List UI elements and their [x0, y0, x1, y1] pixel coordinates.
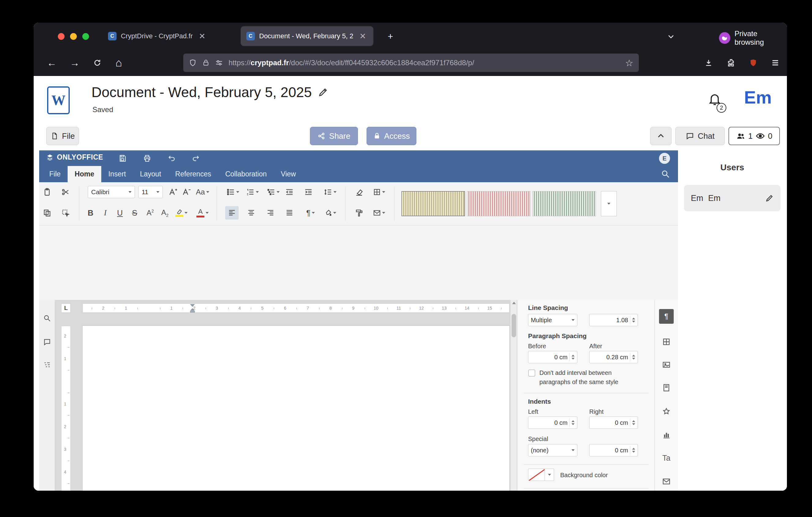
italic-button[interactable]: I: [98, 206, 112, 220]
back-button[interactable]: ←: [44, 55, 60, 71]
ublock-button[interactable]: [745, 55, 761, 71]
list-all-tabs-button[interactable]: [664, 29, 678, 44]
chat-button[interactable]: Chat: [675, 127, 725, 145]
font-name-select[interactable]: Calibri: [88, 186, 135, 198]
paste-button[interactable]: [40, 185, 54, 199]
access-button[interactable]: Access: [367, 127, 416, 145]
share-button[interactable]: Share: [310, 127, 358, 145]
decrease-indent-button[interactable]: [283, 185, 296, 199]
tab-close-icon[interactable]: ✕: [359, 31, 366, 41]
redo-button[interactable]: [190, 153, 202, 164]
tab-close-icon[interactable]: ✕: [199, 31, 206, 41]
permissions-icon[interactable]: [215, 59, 223, 67]
superscript-button[interactable]: A2: [144, 206, 157, 220]
align-right-button[interactable]: [264, 206, 277, 220]
table-settings-tab[interactable]: [659, 334, 674, 349]
scroll-up-arrow[interactable]: [512, 302, 516, 304]
style-preview-2[interactable]: [467, 191, 530, 216]
mail-merge-button[interactable]: [370, 206, 388, 220]
navigation-button[interactable]: [41, 359, 53, 371]
paragraph-shading-button[interactable]: [321, 206, 339, 220]
window-close-button[interactable]: [58, 33, 64, 40]
comments-button[interactable]: [41, 336, 53, 348]
strikeout-button[interactable]: S: [128, 206, 141, 220]
increase-indent-button[interactable]: [302, 185, 315, 199]
window-zoom-button[interactable]: [82, 33, 89, 40]
nonprinting-characters-button[interactable]: ¶: [302, 206, 319, 220]
copy-button[interactable]: [40, 206, 54, 220]
spacing-before-spinner[interactable]: 0 cm: [528, 351, 577, 363]
image-settings-tab[interactable]: [659, 357, 674, 372]
user-presence-group[interactable]: 1 0: [728, 127, 780, 145]
menu-tab-view[interactable]: View: [274, 166, 303, 182]
menu-tab-file[interactable]: File: [42, 166, 68, 182]
url-bar[interactable]: https://cryptpad.fr/doc/#/3/doc/edit/ff0…: [183, 54, 639, 72]
collaborator-avatar[interactable]: E: [659, 153, 670, 164]
special-amount-spinner[interactable]: 0 cm: [589, 444, 638, 456]
spacing-after-spinner[interactable]: 0.28 cm: [589, 351, 638, 363]
downloads-button[interactable]: [701, 55, 717, 71]
vertical-ruler[interactable]: 21123456: [61, 326, 71, 491]
editor-search-button[interactable]: [661, 169, 670, 179]
tracking-shield-icon[interactable]: [189, 59, 197, 67]
find-button[interactable]: [41, 312, 53, 324]
underline-button[interactable]: U: [113, 206, 127, 220]
vertical-scrollbar[interactable]: [510, 300, 517, 491]
account-avatar[interactable]: Em: [744, 87, 772, 108]
save-button[interactable]: [117, 153, 128, 164]
font-size-select[interactable]: 11: [138, 186, 163, 198]
paragraph-settings-tab[interactable]: ¶: [659, 309, 674, 324]
menu-tab-references[interactable]: References: [168, 166, 219, 182]
decrease-font-button[interactable]: [180, 185, 193, 199]
align-center-button[interactable]: [244, 206, 258, 220]
style-gallery-expand-button[interactable]: [601, 191, 617, 216]
chart-settings-tab[interactable]: [659, 428, 674, 442]
extensions-button[interactable]: [723, 55, 739, 71]
new-tab-button[interactable]: +: [383, 29, 398, 44]
background-color-dropdown[interactable]: [545, 469, 554, 481]
line-spacing-amount-spinner[interactable]: 1.08: [589, 314, 638, 326]
numbering-button[interactable]: [243, 185, 261, 199]
spinner-arrows[interactable]: [630, 353, 635, 361]
reload-button[interactable]: [89, 55, 105, 71]
indent-left-spinner[interactable]: 0 cm: [528, 416, 577, 429]
bullets-button[interactable]: [224, 185, 242, 199]
menu-tab-insert[interactable]: Insert: [101, 166, 133, 182]
tab-cryptdrive[interactable]: C CryptDrive - CryptPad.fr ✕: [103, 26, 234, 46]
menu-tab-collaboration[interactable]: Collaboration: [218, 166, 274, 182]
shape-settings-tab[interactable]: [659, 404, 674, 419]
window-minimize-button[interactable]: [70, 33, 77, 40]
menu-tab-home[interactable]: Home: [68, 166, 101, 182]
font-color-button[interactable]: A: [194, 206, 211, 220]
edit-title-pencil-icon[interactable]: [318, 87, 328, 98]
forward-button[interactable]: →: [67, 55, 83, 71]
undo-button[interactable]: [166, 153, 177, 164]
highlight-color-button[interactable]: [173, 206, 190, 220]
change-case-button[interactable]: Aa: [194, 185, 211, 199]
borders-button[interactable]: [370, 185, 388, 199]
select-all-button[interactable]: [59, 206, 72, 220]
special-indent-select[interactable]: (none): [528, 444, 577, 456]
collapse-toolbar-button[interactable]: [650, 127, 672, 145]
textart-settings-tab[interactable]: Ta: [659, 451, 674, 465]
subscript-button[interactable]: A2: [158, 206, 172, 220]
spinner-arrows[interactable]: [570, 418, 575, 427]
print-button[interactable]: [141, 153, 153, 164]
user-list-item[interactable]: Em Em: [684, 185, 781, 211]
lock-icon[interactable]: [202, 59, 210, 66]
mailmerge-settings-tab[interactable]: [659, 474, 674, 489]
left-indent-marker[interactable]: [190, 311, 195, 313]
menu-tab-layout[interactable]: Layout: [133, 166, 168, 182]
spinner-arrows[interactable]: [570, 353, 575, 361]
spinner-arrows[interactable]: [630, 418, 635, 427]
spinner-arrows[interactable]: [630, 316, 635, 324]
background-color-swatch[interactable]: [528, 469, 545, 481]
url-text[interactable]: https://cryptpad.fr/doc/#/3/doc/edit/ff0…: [229, 58, 619, 67]
menu-button[interactable]: [767, 55, 783, 71]
indent-right-spinner[interactable]: 0 cm: [589, 416, 638, 429]
cut-button[interactable]: [59, 185, 72, 199]
no-interval-checkbox[interactable]: [528, 370, 535, 376]
tab-stop-selector[interactable]: L: [61, 303, 71, 313]
align-left-button[interactable]: [225, 206, 239, 220]
edit-user-button[interactable]: [765, 194, 774, 202]
